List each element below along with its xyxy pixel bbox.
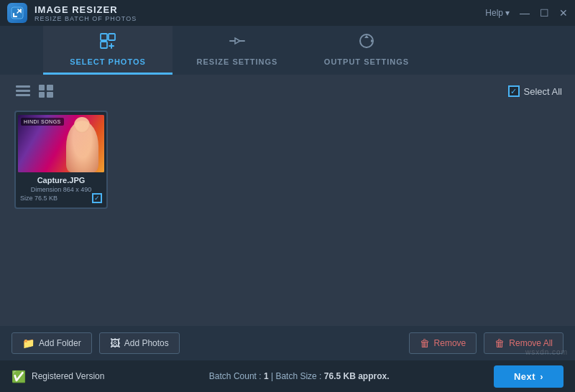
select-all-checkmark: ✓ <box>510 87 517 96</box>
tab-select-photos[interactable]: SELECT PHOTOS <box>43 26 172 75</box>
list-view-button[interactable] <box>13 82 33 101</box>
tab-select-photos-label: SELECT PHOTOS <box>70 57 146 66</box>
status-center: Batch Count : 1 | Batch Size : 76.5 KB a… <box>209 371 390 381</box>
folder-icon: 📁 <box>22 337 34 349</box>
select-all-group[interactable]: ✓ Select All <box>508 85 562 97</box>
action-btns-left: 📁 Add Folder 🖼 Add Photos <box>12 332 180 354</box>
photo-size: Size 76.5 KB <box>20 195 58 202</box>
batch-size-label: | Batch Size : <box>271 371 321 381</box>
photo-checkbox[interactable]: ✓ <box>92 193 102 203</box>
view-toggles <box>13 82 56 101</box>
titlebar-right: Help ▾ — ☐ ✕ <box>485 7 568 19</box>
svg-rect-3 <box>109 34 115 40</box>
tab-resize-settings-label: RESIZE SETTINGS <box>197 57 278 66</box>
action-bar: 📁 Add Folder 🖼 Add Photos 🗑 Remove 🗑 Rem… <box>0 326 575 360</box>
content-area: ✓ Select All HINDI SONGS Capture.JPG Dim… <box>0 75 575 326</box>
content-toolbar: ✓ Select All <box>13 82 562 101</box>
next-button[interactable]: Next › <box>494 365 564 388</box>
app-subtitle: RESIZE BATCH OF PHOTOS <box>34 15 137 22</box>
tab-output-settings[interactable]: OUTPUT SETTINGS <box>302 26 431 75</box>
output-settings-icon <box>357 32 376 55</box>
remove-button[interactable]: 🗑 Remove <box>409 332 477 354</box>
grid-view-button[interactable] <box>36 82 56 101</box>
select-all-checkbox[interactable]: ✓ <box>508 85 520 97</box>
next-arrow-icon: › <box>540 371 543 382</box>
add-photos-label: Add Photos <box>124 338 169 348</box>
app-icon <box>7 3 27 23</box>
svg-rect-11 <box>16 85 30 88</box>
action-btns-right: 🗑 Remove 🗑 Remove All <box>409 332 564 354</box>
app-title-group: IMAGE RESIZER RESIZE BATCH OF PHOTOS <box>34 4 137 22</box>
add-photos-icon: 🖼 <box>110 337 120 349</box>
remove-all-icon: 🗑 <box>494 337 505 349</box>
help-label: Help <box>485 8 503 18</box>
help-chevron-icon: ▾ <box>505 8 510 18</box>
registered-check-icon: ✅ <box>12 370 26 383</box>
thumb-label: HINDI SONGS <box>21 118 64 126</box>
select-photos-icon <box>98 32 117 55</box>
add-folder-button[interactable]: 📁 Add Folder <box>12 332 92 354</box>
batch-size-value: 76.5 KB approx. <box>324 371 390 381</box>
titlebar: IMAGE RESIZER RESIZE BATCH OF PHOTOS Hel… <box>0 0 575 26</box>
add-photos-button[interactable]: 🖼 Add Photos <box>99 332 180 354</box>
svg-rect-14 <box>39 85 45 90</box>
batch-count-value: 1 <box>264 371 269 381</box>
tab-resize-settings[interactable]: RESIZE SETTINGS <box>172 26 302 75</box>
svg-rect-17 <box>47 92 53 98</box>
batch-count-label: Batch Count : <box>209 371 262 381</box>
maximize-button[interactable]: ☐ <box>540 7 549 19</box>
remove-label: Remove <box>434 338 466 348</box>
tab-output-settings-label: OUTPUT SETTINGS <box>324 57 409 66</box>
status-left: ✅ Registered Version <box>12 370 104 383</box>
select-all-label: Select All <box>524 86 562 97</box>
minimize-button[interactable]: — <box>520 7 530 19</box>
thumb-overlay: HINDI SONGS <box>18 115 104 172</box>
add-folder-label: Add Folder <box>39 338 81 348</box>
help-button[interactable]: Help ▾ <box>485 8 510 18</box>
close-button[interactable]: ✕ <box>559 7 568 19</box>
app-title: IMAGE RESIZER <box>34 4 137 15</box>
photo-card[interactable]: HINDI SONGS Capture.JPG Dimension 864 x … <box>14 111 108 209</box>
svg-rect-13 <box>16 94 30 96</box>
svg-rect-12 <box>16 90 30 92</box>
svg-rect-15 <box>47 85 53 90</box>
remove-all-button[interactable]: 🗑 Remove All <box>484 332 564 354</box>
resize-settings-icon <box>228 32 247 55</box>
photo-size-row: Size 76.5 KB ✓ <box>19 193 104 203</box>
svg-rect-2 <box>101 34 107 40</box>
photo-dimension: Dimension 864 x 490 <box>31 186 92 193</box>
statusbar: ✅ Registered Version Batch Count : 1 | B… <box>0 360 575 392</box>
photo-name: Capture.JPG <box>37 176 86 185</box>
tabbar: SELECT PHOTOS RESIZE SETTINGS OUTPUT SET… <box>0 26 575 75</box>
next-label: Next <box>514 371 535 382</box>
registered-label: Registered Version <box>32 371 104 381</box>
titlebar-left: IMAGE RESIZER RESIZE BATCH OF PHOTOS <box>7 3 137 23</box>
photo-grid: HINDI SONGS Capture.JPG Dimension 864 x … <box>13 108 562 212</box>
svg-rect-4 <box>101 42 107 48</box>
remove-icon: 🗑 <box>420 337 430 349</box>
photo-thumbnail: HINDI SONGS <box>18 115 104 172</box>
svg-rect-16 <box>39 92 45 98</box>
remove-all-label: Remove All <box>509 338 553 348</box>
